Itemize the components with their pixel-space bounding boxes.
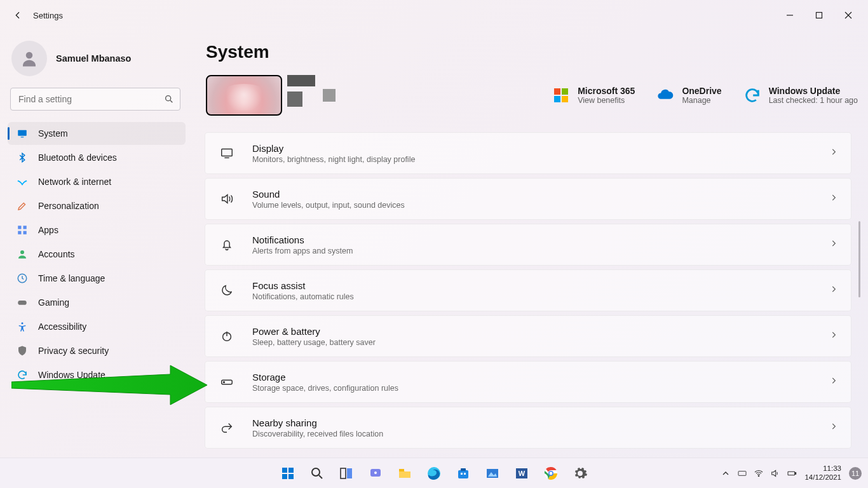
nav-privacy[interactable]: Privacy & security (8, 339, 186, 362)
notification-badge[interactable]: 11 (849, 467, 862, 480)
svg-rect-10 (24, 226, 27, 229)
chevron-up-icon[interactable] (721, 468, 731, 478)
battery-icon[interactable] (787, 468, 797, 478)
settings-list: Display Monitors, brightness, night ligh… (203, 132, 860, 449)
taskbar-search[interactable] (304, 461, 330, 486)
nav-label: Apps (38, 225, 58, 235)
scrollbar[interactable] (858, 221, 860, 297)
svg-rect-34 (399, 469, 404, 471)
card-title: Nearby sharing (252, 417, 383, 428)
card-sub: Alerts from apps and system (252, 247, 353, 255)
chevron-right-icon (829, 239, 838, 250)
taskbar-store[interactable] (451, 461, 476, 486)
desktop-preview[interactable] (206, 75, 336, 116)
nav-gaming[interactable]: Gaming (8, 291, 186, 314)
desktop-thumbnail (206, 75, 282, 116)
svg-rect-11 (18, 231, 21, 234)
back-button[interactable] (5, 3, 31, 28)
ms365-card[interactable]: Microsoft 365 View benefits (552, 86, 635, 105)
nav-bluetooth[interactable]: Bluetooth & devices (8, 146, 186, 169)
nav-label: Network & internet (38, 177, 111, 187)
settings-nearby-sharing[interactable]: Nearby sharing Discoverability, received… (205, 407, 851, 449)
taskbar-clock[interactable]: 11:33 14/12/2021 (804, 464, 841, 481)
wifi-icon[interactable] (754, 468, 764, 478)
page-title: System (206, 42, 858, 62)
taskbar-chrome[interactable] (538, 461, 564, 486)
taskbar-explorer[interactable] (392, 461, 417, 486)
nav-accessibility[interactable]: Accessibility (8, 315, 186, 338)
svg-point-16 (22, 322, 24, 324)
nav-list: System Bluetooth & devices Network & int… (8, 122, 186, 386)
taskbar-photos[interactable] (480, 461, 505, 486)
nav-windows-update[interactable]: Windows Update (8, 363, 186, 386)
focus-assist-icon (215, 279, 238, 302)
taskbar-right: 11:33 14/12/2021 11 (721, 464, 868, 481)
settings-display[interactable]: Display Monitors, brightness, night ligh… (205, 132, 851, 174)
titlebar: Settings (0, 0, 868, 30)
svg-rect-1 (817, 13, 822, 18)
power-icon (215, 325, 238, 348)
nav-time[interactable]: Time & language (8, 267, 186, 290)
taskbar-chat[interactable] (363, 461, 388, 486)
svg-rect-8 (21, 137, 24, 137)
nav-apps[interactable]: Apps (8, 219, 186, 241)
windows-update-card[interactable]: Windows Update Last checked: 1 hour ago (743, 86, 858, 105)
taskbar-edge[interactable] (421, 461, 447, 486)
chevron-right-icon (829, 422, 838, 433)
nav-label: Privacy & security (38, 346, 109, 356)
nav-network[interactable]: Network & internet (8, 170, 186, 193)
network-icon (17, 176, 28, 187)
svg-point-13 (20, 250, 24, 254)
card-sub: Sleep, battery usage, battery saver (252, 338, 376, 347)
accessibility-icon (17, 321, 28, 332)
svg-rect-17 (222, 149, 233, 156)
windows-update-icon (17, 369, 28, 381)
start-button[interactable] (275, 461, 301, 486)
nav-label: Windows Update (38, 370, 105, 380)
settings-power[interactable]: Power & battery Sleep, battery usage, ba… (205, 315, 851, 357)
settings-storage[interactable]: Storage Storage space, drives, configura… (205, 361, 851, 403)
wu-sub: Last checked: 1 hour ago (769, 96, 858, 105)
onedrive-card[interactable]: OneDrive Manage (656, 86, 721, 105)
search-box[interactable] (10, 88, 180, 111)
close-button[interactable] (834, 5, 863, 25)
svg-rect-31 (347, 468, 352, 478)
nav-label: System (38, 128, 68, 139)
nav-accounts[interactable]: Accounts (8, 243, 186, 266)
ms365-title: Microsoft 365 (578, 86, 635, 96)
chevron-right-icon (829, 193, 838, 205)
svg-rect-30 (341, 468, 346, 478)
window-controls (775, 5, 863, 25)
system-icon (17, 128, 28, 139)
svg-rect-25 (288, 468, 294, 473)
nav-personalization[interactable]: Personalization (8, 194, 186, 217)
gaming-icon (17, 297, 28, 308)
system-tray[interactable] (721, 468, 797, 478)
header-cards: Microsoft 365 View benefits OneDrive Man… (203, 75, 860, 132)
settings-focus-assist[interactable]: Focus assist Notifications, automatic ru… (205, 269, 851, 311)
chevron-right-icon (829, 147, 838, 159)
card-title: Display (252, 143, 415, 154)
search-input[interactable] (10, 88, 180, 111)
taskbar-taskview[interactable] (334, 461, 359, 486)
taskbar-word[interactable]: W (509, 461, 534, 486)
card-sub: Monitors, brightness, night light, displ… (252, 155, 415, 164)
svg-point-22 (224, 382, 225, 383)
keyboard-icon[interactable] (737, 468, 747, 478)
nearby-sharing-icon (215, 416, 238, 439)
nav-label: Bluetooth & devices (38, 152, 117, 163)
apps-icon (17, 224, 28, 236)
nav-system[interactable]: System (8, 122, 186, 145)
maximize-button[interactable] (804, 5, 834, 25)
nav-label: Accessibility (38, 322, 86, 332)
taskbar-center: W (275, 461, 593, 486)
display-icon (215, 142, 238, 165)
settings-notifications[interactable]: Notifications Alerts from apps and syste… (205, 224, 851, 266)
user-block[interactable]: Samuel Mbanaso (8, 36, 186, 88)
taskbar-settings[interactable] (567, 461, 593, 486)
minimize-button[interactable] (775, 5, 804, 25)
svg-rect-12 (24, 231, 27, 234)
volume-icon[interactable] (770, 468, 780, 478)
settings-sound[interactable]: Sound Volume levels, output, input, soun… (205, 178, 851, 220)
svg-point-28 (312, 468, 320, 476)
